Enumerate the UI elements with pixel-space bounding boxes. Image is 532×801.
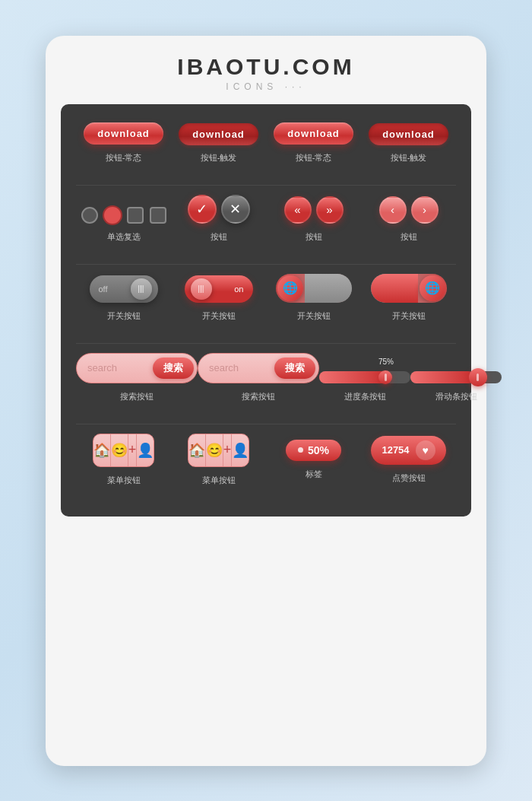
- slider-inner: [410, 371, 474, 383]
- double-arrow-pair: « »: [284, 196, 344, 224]
- progress-label: 进度条按钮: [344, 391, 386, 402]
- globe-icon-left: 🌐: [277, 275, 303, 301]
- check-cross-col: ✓ ✕ 按钮: [171, 195, 266, 243]
- wide-toggle-off[interactable]: 🌐: [276, 274, 352, 303]
- menu-home-button-2[interactable]: 🏠: [188, 434, 206, 466]
- progress-col: 75% 进度条按钮: [319, 371, 410, 402]
- toggle-off-1-col: off ||| 开关按钮: [76, 275, 171, 322]
- menu-face-button-2[interactable]: 😊: [206, 434, 223, 466]
- download-button-normal-2[interactable]: download: [274, 122, 353, 145]
- radio-icon-row: 单选复选 ✓ ✕ 按钮 « » 按钮 ‹ ›: [76, 195, 456, 246]
- toggle-off-text: off: [99, 284, 108, 294]
- search-1-label: 搜索按钮: [120, 391, 154, 402]
- btn-normal-1-col: download 按钮-常态: [76, 122, 171, 164]
- single-arrow-col: ‹ › 按钮: [361, 196, 456, 243]
- download-button-pressed-2[interactable]: download: [369, 123, 448, 145]
- wide-toggle-on[interactable]: 🌐: [371, 274, 447, 303]
- menu-face-button[interactable]: 😊: [111, 434, 128, 466]
- toggle-on-1-label: 开关按钮: [202, 310, 236, 322]
- double-arrow-label: 按钮: [306, 231, 322, 243]
- menu-tag-row: 🏠 😊 + 👤 菜单按钮 🏠 😊 + 👤 菜单按钮: [76, 434, 456, 489]
- toggle-on-1[interactable]: ||| on: [185, 275, 253, 303]
- search-button-2[interactable]: 搜索: [274, 358, 315, 379]
- like-label: 点赞按钮: [392, 472, 426, 484]
- double-arrow-col: « » 按钮: [266, 196, 361, 243]
- menu-plus-button[interactable]: +: [128, 434, 138, 466]
- toggle-off-1[interactable]: off |||: [90, 275, 158, 303]
- search-bar-1[interactable]: search 搜索: [76, 353, 198, 383]
- search-1-col: search 搜索 搜索按钮: [76, 353, 198, 402]
- check-button[interactable]: ✓: [188, 195, 217, 224]
- toggle-wide-off-label: 开关按钮: [297, 310, 331, 322]
- search-progress-row: search 搜索 搜索按钮 search 搜索 搜索按钮 75%: [76, 353, 456, 405]
- search-placeholder-2: search: [209, 362, 270, 373]
- check-cross-pair: ✓ ✕: [188, 195, 250, 224]
- checkbox-filled[interactable]: [150, 207, 166, 224]
- toggle-track-on: [371, 274, 418, 303]
- radio-checkbox-col: 单选复选: [76, 207, 171, 243]
- menu-button-group-2: 🏠 😊 + 👤: [188, 434, 250, 467]
- search-2-label: 搜索按钮: [242, 391, 275, 402]
- checkbox-empty[interactable]: [127, 207, 144, 224]
- tag-dot-icon: [298, 447, 303, 453]
- menu-plus-button-2[interactable]: +: [223, 434, 233, 466]
- btn-pressed-2-col: download 按钮-触发: [361, 122, 456, 164]
- tag-label-text: 标签: [306, 469, 322, 480]
- main-card: IBAOTU.COM ICONS ··· download 按钮-常态 down…: [46, 36, 486, 766]
- progress-bar-wrap: 75%: [319, 371, 410, 383]
- progress-bar-inner: 75%: [319, 371, 388, 383]
- tag-element[interactable]: 50%: [286, 440, 341, 461]
- radio-empty[interactable]: [81, 207, 98, 224]
- toggle-thumb-2: |||: [191, 278, 212, 300]
- toggle-off-1-label: 开关按钮: [107, 310, 141, 322]
- like-button[interactable]: 12754 ♥: [371, 436, 445, 465]
- dark-panel: download 按钮-常态 download 按钮-触发 download 按…: [61, 104, 471, 517]
- search-placeholder-1: search: [87, 362, 148, 373]
- slider-outer[interactable]: [410, 371, 502, 383]
- menu-home-button[interactable]: 🏠: [93, 434, 111, 466]
- progress-bar-outer[interactable]: 75%: [319, 371, 410, 383]
- btn-pressed-2-label: 按钮-触发: [391, 152, 427, 164]
- toggle-thumb-1: |||: [131, 278, 152, 300]
- left-arrow-button[interactable]: ‹: [379, 196, 407, 224]
- radio-group: [81, 207, 166, 224]
- search-bar-2[interactable]: search 搜索: [198, 353, 319, 383]
- divider-2: [76, 264, 456, 265]
- toggle-track-off: [305, 274, 352, 303]
- divider-3: [76, 343, 456, 344]
- progress-handle[interactable]: [378, 370, 392, 384]
- right-arrow-button[interactable]: ›: [411, 196, 439, 224]
- btn-normal-2-label: 按钮-常态: [296, 152, 332, 164]
- search-button-1[interactable]: 搜索: [153, 358, 194, 379]
- menu-button-group-1: 🏠 😊 + 👤: [93, 434, 155, 467]
- like-count: 12754: [382, 444, 409, 456]
- menu-user-button-2[interactable]: 👤: [232, 434, 249, 466]
- single-arrow-pair: ‹ ›: [379, 196, 439, 224]
- slider-label: 滑动条按钮: [435, 391, 477, 402]
- search-2-col: search 搜索 搜索按钮: [198, 353, 319, 402]
- radio-label: 单选复选: [107, 231, 141, 243]
- download-button-pressed-1[interactable]: download: [179, 123, 258, 145]
- btn-normal-1-label: 按钮-常态: [106, 152, 142, 164]
- download-button-normal-1[interactable]: download: [84, 122, 163, 145]
- slider-handle[interactable]: [469, 368, 487, 386]
- left-double-arrow-button[interactable]: «: [284, 196, 312, 224]
- slider-col: 滑动条按钮: [410, 371, 502, 402]
- single-arrow-label: 按钮: [401, 231, 417, 243]
- btn-pressed-1-label: 按钮-触发: [201, 152, 237, 164]
- progress-notch-icon: [385, 373, 387, 381]
- heart-icon: ♥: [416, 440, 435, 460]
- toggle-wide-on-label: 开关按钮: [392, 310, 426, 322]
- toggle-bars-icon: |||: [138, 284, 144, 293]
- cross-button[interactable]: ✕: [221, 195, 250, 224]
- menu-user-button[interactable]: 👤: [137, 434, 154, 466]
- btn-normal-2-col: download 按钮-常态: [266, 122, 361, 164]
- toggle-on-1-col: ||| on 开关按钮: [171, 275, 266, 322]
- toggle-row: off ||| 开关按钮 ||| on 开关按钮 🌐: [76, 274, 456, 325]
- radio-filled[interactable]: [104, 207, 121, 224]
- toggle-on-text: on: [234, 284, 243, 294]
- slider-notch-icon: [477, 373, 479, 381]
- divider-4: [76, 424, 456, 424]
- right-double-arrow-button[interactable]: »: [316, 196, 344, 224]
- slider-wrap: [410, 371, 502, 383]
